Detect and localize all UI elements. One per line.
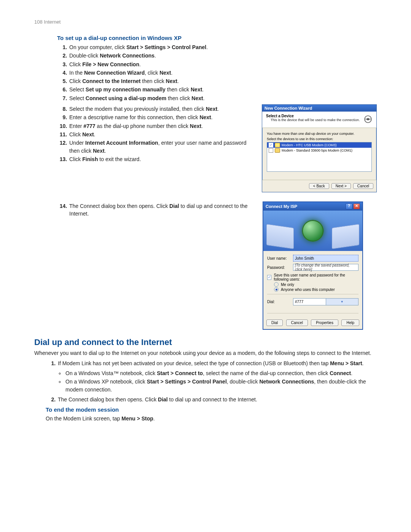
checkbox-icon[interactable]: ✓ <box>269 143 273 147</box>
back-button[interactable]: < Back <box>309 183 329 189</box>
step-5: Click Connect to the Internet then click… <box>68 77 377 85</box>
chevron-down-icon[interactable]: ▼ <box>326 299 358 305</box>
step-2: Double-click Network Connections. <box>68 52 377 59</box>
step-10: Enter #777 as the dial-up phone number t… <box>68 122 256 130</box>
dial-combo[interactable]: #777 ▼ <box>293 298 358 305</box>
help-button[interactable]: Help <box>341 320 359 326</box>
dialup-bullet-vista: On a Windows Vista™ notebook, click Star… <box>65 369 377 377</box>
dialup-step-2: The Connect dialog box then opens. Click… <box>57 396 377 403</box>
password-input[interactable]: [To change the saved password, click her… <box>293 264 358 271</box>
wizard-title: New Connection Wizard <box>262 105 376 112</box>
close-icon[interactable]: ✕ <box>353 203 360 209</box>
wizard-panel-line2: Select the devices to use in this connec… <box>267 137 372 141</box>
step-4: In the New Connection Wizard, click Next… <box>68 69 377 77</box>
properties-button[interactable]: Properties <box>311 320 338 326</box>
cancel-button[interactable]: Cancel <box>286 320 308 326</box>
step-12: Under Internet Account Information, ente… <box>68 139 256 155</box>
username-input[interactable]: John Smith <box>293 255 358 262</box>
dial-value: #777 <box>293 299 326 305</box>
globe-icon <box>302 220 323 241</box>
step-6: Select Set up my connection manually the… <box>68 86 377 93</box>
dialup-step-1: If Modem Link has not yet been activated… <box>57 359 377 393</box>
new-connection-wizard: New Connection Wizard Select a Device Th… <box>262 104 377 192</box>
network-wizard-icon <box>363 114 373 125</box>
step-1: On your computer, click Start > Settings… <box>68 43 377 51</box>
save-credentials-checkbox[interactable]: ✓ <box>267 275 271 280</box>
device-label: Modem - HTC USB Modem (COM3) <box>282 143 337 147</box>
wizard-device-list[interactable]: ✓ Modem - HTC USB Modem (COM3) Modem - S… <box>267 142 372 172</box>
isp-titlebar: Connect My ISP ? ✕ <box>263 202 362 211</box>
two-col-isp: The Connect dialog box then opens. Click… <box>34 201 377 330</box>
step-8: Select the modem that you previously ins… <box>68 105 256 113</box>
isp-title: Connect My ISP <box>266 204 297 209</box>
isp-hero-image <box>263 211 362 251</box>
two-col-wizard: Select the modem that you previously ins… <box>34 104 377 192</box>
cancel-button[interactable]: Cancel <box>353 183 373 189</box>
heading-end-modem: To end the modem session <box>46 406 377 413</box>
device-label: Modem - Standard 33600 bps Modem (COM1) <box>282 149 352 152</box>
step-14: The Connect dialog box then opens. Click… <box>68 202 257 218</box>
save-scope-group: Me only Anyone who uses this computer <box>274 282 358 292</box>
steps-list-a: On your computer, click Start > Settings… <box>57 43 377 102</box>
radio-anyone[interactable] <box>274 287 279 292</box>
dialup-bullet-xp: On a Windows XP notebook, click Start > … <box>65 378 377 393</box>
radio-anyone-label: Anyone who uses this computer <box>281 288 335 292</box>
dial-button[interactable]: Dial <box>266 320 283 326</box>
radio-me-only-label: Me only <box>281 283 294 287</box>
wizard-button-row: < Back Next > Cancel <box>262 180 376 192</box>
connect-isp-dialog: Connect My ISP ? ✕ User name: John Smith <box>263 201 363 330</box>
wizard-device-row[interactable]: ✓ Modem - HTC USB Modem (COM3) <box>267 142 371 148</box>
radio-me-only[interactable] <box>274 282 279 287</box>
dial-label: Dial: <box>267 300 290 304</box>
heading-dial-up-connect: Dial up and connect to the Internet <box>34 337 377 347</box>
password-label: Password: <box>267 265 290 270</box>
wizard-header-sub: This is the device that will be used to … <box>271 118 363 122</box>
page: 108 Internet To set up a dial-up connect… <box>0 0 411 448</box>
dialup-intro: Whenever you want to dial up to the Inte… <box>34 350 377 357</box>
checkbox-icon[interactable] <box>269 148 273 153</box>
step-3: Click File > New Connection. <box>68 61 377 68</box>
wizard-device-row[interactable]: Modem - Standard 33600 bps Modem (COM1) <box>267 148 371 153</box>
wizard-panel: You have more than one dial-up device on… <box>262 128 376 180</box>
wizard-panel-line1: You have more than one dial-up device on… <box>267 132 372 136</box>
save-credentials-label: Save this user name and password for the… <box>274 273 358 281</box>
end-modem-body: On the Modem Link screen, tap Menu > Sto… <box>46 415 377 423</box>
modem-icon <box>275 148 280 153</box>
modem-icon <box>275 143 280 147</box>
help-icon[interactable]: ? <box>346 203 352 209</box>
isp-button-row: Dial Cancel Properties Help <box>263 317 362 329</box>
steps-list-c: The Connect dialog box then opens. Click… <box>57 202 257 218</box>
step-7: Select Connect using a dial-up modem the… <box>68 94 377 102</box>
username-label: User name: <box>267 256 290 260</box>
svg-point-1 <box>367 118 369 120</box>
steps-list-b: Select the modem that you previously ins… <box>57 105 256 163</box>
heading-setup-dialup-xp: To set up a dial-up connection in Window… <box>57 35 377 41</box>
dialup-steps: If Modem Link has not yet been activated… <box>46 359 377 403</box>
step-13: Click Finish to exit the wizard. <box>68 155 256 163</box>
page-header: 108 Internet <box>34 19 377 25</box>
isp-form: User name: John Smith Password: [To chan… <box>263 251 362 298</box>
wizard-header: Select a Device This is the device that … <box>262 112 376 128</box>
step-11: Click Next. <box>68 131 256 138</box>
next-button[interactable]: Next > <box>331 183 351 189</box>
step-9: Enter a descriptive name for this connec… <box>68 113 256 121</box>
wizard-header-title: Select a Device <box>266 114 363 118</box>
